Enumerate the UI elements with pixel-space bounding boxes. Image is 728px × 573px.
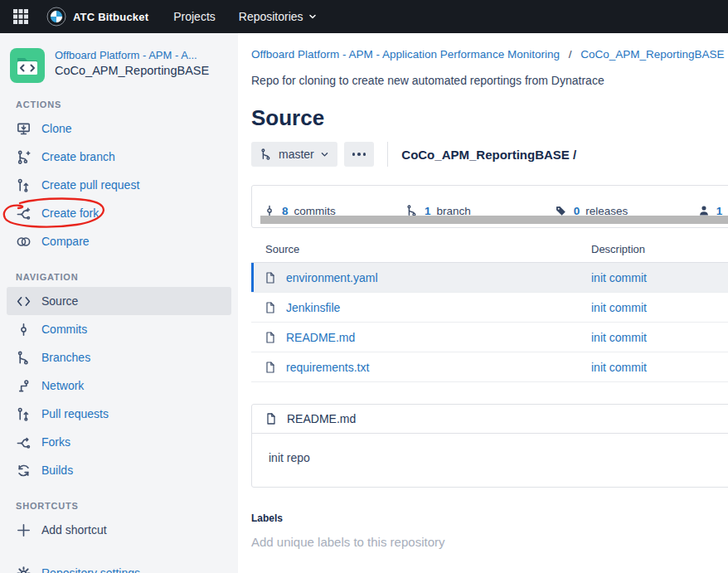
brand-link[interactable]: ATC Bitbucket <box>46 7 148 27</box>
file-table-header: Source Description <box>251 243 728 263</box>
action-create-branch[interactable]: Create branch <box>0 143 238 171</box>
repo-description: Repo for cloning to create new automated… <box>251 74 728 87</box>
file-icon <box>264 361 277 374</box>
readme-filename: README.md <box>287 412 356 425</box>
page-title: Source <box>251 104 728 132</box>
nav-label: Source <box>41 294 78 308</box>
nav-source[interactable]: Source <box>7 287 231 315</box>
file-description-link[interactable]: init commit <box>591 361 647 374</box>
section-title-navigation: NAVIGATION <box>16 272 238 282</box>
nav-repositories[interactable]: Repositories <box>239 10 318 23</box>
branch-toolbar: master CoCo_APM_ReportingBASE / <box>251 142 728 167</box>
nav-label: Forks <box>41 435 70 449</box>
fork-icon <box>16 206 32 221</box>
column-header-source: Source <box>265 243 591 255</box>
file-row[interactable]: environment.yaml init commit <box>251 263 728 292</box>
commit-icon <box>16 322 32 337</box>
section-title-shortcuts: SHORTCUTS <box>16 501 238 511</box>
readme-content: init repo <box>252 434 728 487</box>
pull-request-icon <box>16 177 32 193</box>
branch-selector-button[interactable]: master <box>251 142 337 167</box>
nav-label: Network <box>41 379 84 392</box>
nav-commits[interactable]: Commits <box>0 315 238 343</box>
file-row[interactable]: Jenkinsfile init commit <box>251 292 728 322</box>
action-label: Create pull request <box>41 178 139 192</box>
repository-settings[interactable]: Repository settings <box>0 559 238 573</box>
file-path[interactable]: CoCo_APM_ReportingBASE / <box>401 148 576 162</box>
nav-pull-requests[interactable]: Pull requests <box>0 400 238 428</box>
file-table: Source Description environment.yaml init… <box>251 243 728 382</box>
nav-network[interactable]: Network <box>0 371 238 400</box>
branch-name: master <box>279 148 314 161</box>
file-icon <box>264 331 277 344</box>
top-navbar: ATC Bitbucket Projects Repositories <box>0 0 728 33</box>
breadcrumb: Offboard Platform - APM - Application Pe… <box>251 48 728 61</box>
clone-icon <box>16 121 32 137</box>
more-options-icon <box>352 153 366 156</box>
action-compare[interactable]: Compare <box>0 227 238 255</box>
repo-header: Offboard Platform - APM - A... CoCo_APM_… <box>0 33 238 83</box>
network-icon <box>16 378 32 394</box>
breadcrumb-project-link[interactable]: Offboard Platform - APM - Application Pe… <box>251 48 560 61</box>
action-label: Create fork <box>41 206 99 220</box>
file-icon <box>264 301 277 314</box>
branch-icon <box>16 149 32 165</box>
file-row[interactable]: requirements.txt init commit <box>251 352 728 382</box>
source-icon <box>16 294 32 309</box>
app-grid-icon[interactable] <box>12 7 30 26</box>
chevron-down-icon <box>308 12 318 22</box>
action-clone[interactable]: Clone <box>0 114 238 143</box>
section-title-actions: ACTIONS <box>16 100 238 109</box>
nav-builds[interactable]: Builds <box>0 456 238 484</box>
brand-title: ATC Bitbucket <box>73 11 148 23</box>
file-icon <box>265 412 278 425</box>
column-header-description: Description <box>591 243 645 255</box>
horizontal-scrollbar-thumb[interactable] <box>260 216 728 224</box>
action-create-fork[interactable]: Create fork <box>0 199 238 227</box>
more-options-button[interactable] <box>344 142 375 167</box>
file-name-link[interactable]: README.md <box>286 331 355 344</box>
file-description-link[interactable]: init commit <box>591 331 647 344</box>
file-description-link[interactable]: init commit <box>591 301 647 314</box>
nav-label: Builds <box>41 464 73 477</box>
action-label: Compare <box>41 235 90 248</box>
breadcrumb-repo-link[interactable]: CoCo_APM_ReportingBASE <box>580 48 724 61</box>
file-name-link[interactable]: environment.yaml <box>286 271 378 284</box>
settings-label: Repository settings <box>41 566 140 573</box>
nav-forks[interactable]: Forks <box>0 428 238 456</box>
branch-icon <box>260 148 273 161</box>
nav-branches[interactable]: Branches <box>0 343 238 371</box>
add-shortcut[interactable]: Add shortcut <box>0 516 238 544</box>
file-name-link[interactable]: Jenkinsfile <box>286 301 340 314</box>
action-label: Create branch <box>41 150 115 163</box>
readme-card: README.md init repo <box>251 404 728 488</box>
sidebar: Offboard Platform - APM - A... CoCo_APM_… <box>0 33 238 573</box>
labels-placeholder[interactable]: Add unique labels to this repository <box>251 535 728 549</box>
repo-stats-bar: 8 commits 1 branch 0 releases <box>251 185 728 228</box>
builds-icon <box>16 463 32 478</box>
fork-icon <box>16 435 32 450</box>
plus-icon <box>16 522 32 538</box>
nav-label: Pull requests <box>41 407 109 420</box>
file-description-link[interactable]: init commit <box>591 271 647 284</box>
breadcrumb-separator: / <box>569 48 572 61</box>
gear-icon <box>16 566 32 573</box>
nav-projects[interactable]: Projects <box>173 10 216 23</box>
main-content: Offboard Platform - APM - Application Pe… <box>251 33 728 549</box>
labels-title: Labels <box>251 512 728 524</box>
compare-icon <box>16 234 32 250</box>
file-name-link[interactable]: requirements.txt <box>286 361 369 374</box>
chevron-down-icon <box>320 150 329 159</box>
branch-icon <box>16 350 32 366</box>
action-create-pull-request[interactable]: Create pull request <box>0 171 238 199</box>
nav-label: Branches <box>41 351 90 364</box>
pull-request-icon <box>16 406 32 422</box>
repo-name: CoCo_APM_ReportingBASE <box>55 64 209 77</box>
bmw-logo <box>46 7 66 27</box>
repo-avatar[interactable] <box>10 48 45 83</box>
project-link[interactable]: Offboard Platform - APM - A... <box>55 49 209 61</box>
action-label: Clone <box>41 122 72 135</box>
toolbar-divider <box>387 142 388 167</box>
file-row[interactable]: README.md init commit <box>251 322 728 352</box>
readme-header: README.md <box>252 405 728 434</box>
